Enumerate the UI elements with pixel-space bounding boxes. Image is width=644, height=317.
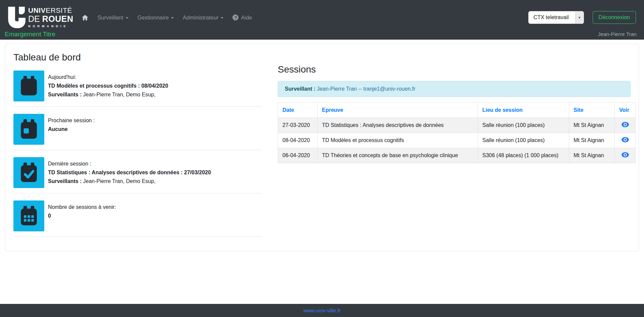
- dashboard-panel: Tableau de bord Aujourd'hui: TD Modèles …: [5, 44, 639, 251]
- calendar-icon: [13, 71, 44, 101]
- header-lieu-de-session[interactable]: Lieu de session: [478, 103, 569, 118]
- brand-line2-bold: ROUEN: [42, 14, 73, 24]
- eye-icon: [621, 137, 629, 144]
- university-logo-text: UNIVERSITÉ DE ROUEN NORMANDIE: [28, 5, 73, 28]
- cell-site: Mt St Aignan: [569, 133, 615, 148]
- cell-date: 27-03-2020: [278, 118, 318, 133]
- brand-line3: NORMANDIE: [28, 25, 73, 28]
- dashboard-card-today: Aujourd'hui: TD Modèles et processus cog…: [13, 69, 262, 107]
- table-header-row: Date Epreuve Lieu de session Site Voir: [278, 103, 636, 118]
- card-intro: Aujourd'hui:: [48, 73, 168, 82]
- nav-link-aide[interactable]: ? Aide: [232, 14, 252, 21]
- header-epreuve[interactable]: Epreuve: [318, 103, 478, 118]
- table-row: 27-03-2020 TD Statistiques : Analyses de…: [278, 118, 636, 133]
- navbar: UNIVERSITÉ DE ROUEN NORMANDIE Surveillan…: [0, 0, 644, 40]
- dashboard-column: Tableau de bord Aujourd'hui: TD Modèles …: [13, 49, 262, 242]
- nav-label-surveillant: Surveillant: [97, 14, 123, 21]
- header-site[interactable]: Site: [569, 103, 615, 118]
- cell-lieu: S306 (48 places) (1 000 places): [478, 148, 569, 163]
- card-intro: Prochaine session :: [48, 116, 95, 125]
- calendar-alt-icon: [13, 200, 44, 231]
- card-headline: Aucune: [48, 125, 95, 134]
- card-surveillants: Surveillants :Jean-Pierre Tran, Demo Esu…: [48, 90, 168, 99]
- surveillant-info-alert: Surveillant :Jean-Pierre Tran -- tranje1…: [278, 81, 631, 97]
- table-row: 06-04-2020 TD Théories et concepts de ba…: [278, 148, 636, 163]
- calendar-check-icon: [13, 157, 44, 188]
- university-logo[interactable]: UNIVERSITÉ DE ROUEN NORMANDIE: [6, 5, 73, 31]
- cell-date: 08-04-2020: [278, 133, 318, 148]
- app-title: Emargement Titre: [5, 31, 55, 38]
- logout-button[interactable]: Déconnexion: [593, 11, 636, 24]
- nav-label-administrateur: Administrateur: [183, 14, 218, 21]
- alert-value: Jean-Pierre Tran -- tranje1@univ-rouen.f…: [317, 86, 416, 92]
- cell-epreuve: TD Modèles et processus cognitifs: [318, 133, 478, 148]
- cell-site: Mt St Aignan: [569, 118, 615, 133]
- card-intro: Nombre de sessions à venir:: [48, 203, 116, 212]
- brand-line1-bold: UNIV: [28, 6, 46, 14]
- card-headline: TD Statistiques : Analyses descriptives …: [48, 168, 211, 177]
- nav-dropdown-administrateur[interactable]: Administrateur: [183, 14, 223, 21]
- header-date[interactable]: Date: [278, 103, 318, 118]
- nav-label-gestionnaire: Gestionnaire: [138, 14, 169, 21]
- calendar-day-icon: [13, 114, 44, 145]
- header-voir[interactable]: Voir: [615, 103, 636, 118]
- alert-label: Surveillant :: [285, 86, 316, 92]
- select-arrow-icon: ▾: [575, 11, 584, 24]
- nav-label-aide: Aide: [241, 14, 252, 21]
- card-headline: TD Modèles et processus cognitifs : 08/0…: [48, 82, 168, 90]
- table-row: 08-04-2020 TD Modèles et processus cogni…: [278, 133, 636, 148]
- dashboard-card-last-session: Dernière session : TD Statistiques : Ana…: [13, 155, 262, 193]
- navbar-right: CTX teletravail ▾ Déconnexion: [528, 11, 638, 24]
- context-select[interactable]: CTX teletravail ▾: [528, 11, 584, 24]
- card-surveillants: Surveillants :Jean-Pierre Tran, Demo Esu…: [48, 177, 211, 186]
- dashboard-card-next-session: Prochaine session : Aucune: [13, 112, 262, 150]
- sessions-title: Sessions: [278, 64, 631, 75]
- question-circle-icon: ?: [232, 14, 238, 20]
- card-intro: Dernière session :: [48, 160, 211, 168]
- eye-icon: [621, 152, 629, 159]
- main-content: Tableau de bord Aujourd'hui: TD Modèles …: [0, 40, 644, 304]
- sessions-column: Sessions Surveillant :Jean-Pierre Tran -…: [278, 49, 631, 163]
- footer-link[interactable]: www.univ-ville.fr: [303, 308, 340, 314]
- view-session-button[interactable]: [621, 152, 629, 159]
- view-session-button[interactable]: [621, 122, 629, 129]
- home-link[interactable]: [82, 15, 88, 20]
- chevron-down-icon: [126, 17, 128, 19]
- cell-date: 06-04-2020: [278, 148, 318, 163]
- cell-epreuve: TD Théories et concepts de base en psych…: [318, 148, 478, 163]
- cell-site: Mt St Aignan: [569, 148, 615, 163]
- home-icon: [82, 15, 88, 20]
- chevron-down-icon: [171, 17, 174, 19]
- university-logo-mark-icon: [6, 5, 25, 31]
- cell-lieu: Salle réunion (100 places): [478, 133, 569, 148]
- dashboard-card-upcoming-count: Nombre de sessions à venir: 0: [13, 199, 262, 237]
- footer: www.univ-ville.fr: [0, 304, 644, 317]
- view-session-button[interactable]: [621, 137, 629, 144]
- cell-epreuve: TD Statistiques : Analyses descriptives …: [318, 118, 478, 133]
- eye-icon: [621, 122, 629, 129]
- context-select-value: CTX teletravail: [529, 11, 575, 24]
- cell-lieu: Salle réunion (100 places): [478, 118, 569, 133]
- brand-line2-light: DE: [28, 14, 42, 24]
- card-headline: 0: [48, 212, 116, 220]
- nav-dropdown-surveillant[interactable]: Surveillant: [97, 14, 128, 21]
- logged-in-user-name: Jean-Pierre Tran: [598, 31, 637, 37]
- chevron-down-icon: [221, 17, 223, 19]
- page-title: Tableau de bord: [13, 52, 262, 63]
- brand-line1-rest: ERSITÉ: [46, 6, 72, 14]
- nav-links: Surveillant Gestionnaire Administrateur …: [82, 14, 252, 21]
- nav-dropdown-gestionnaire[interactable]: Gestionnaire: [138, 14, 174, 21]
- sessions-table: Date Epreuve Lieu de session Site Voir 2…: [278, 102, 636, 163]
